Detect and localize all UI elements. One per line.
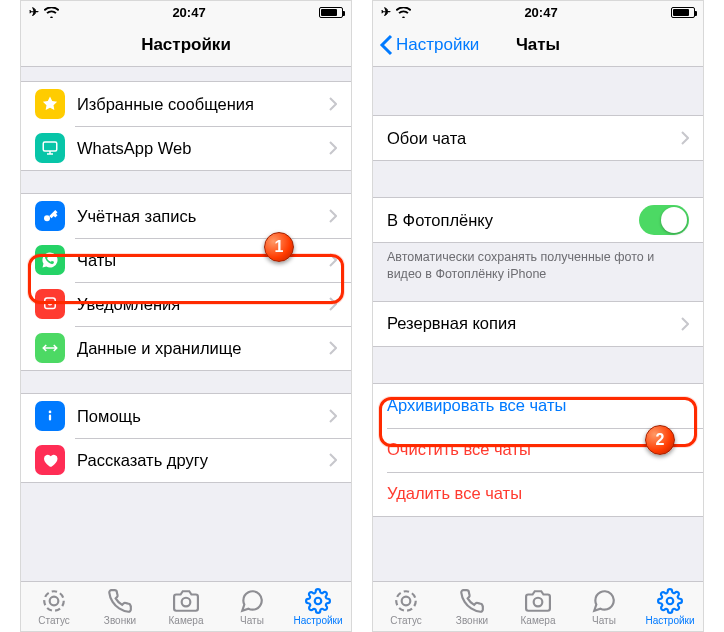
tab-camera[interactable]: Камера bbox=[505, 582, 571, 631]
chevron-right-icon bbox=[329, 341, 337, 355]
tab-settings[interactable]: Настройки bbox=[637, 582, 703, 631]
settings-group-2: Учётная запись Чаты Уведомления bbox=[21, 193, 351, 371]
tab-settings[interactable]: Настройки bbox=[285, 582, 351, 631]
settings-group-3: Помощь Рассказать другу bbox=[21, 393, 351, 483]
page-title: Настройки bbox=[141, 35, 231, 55]
heart-icon bbox=[35, 445, 65, 475]
row-data-storage[interactable]: Данные и хранилище bbox=[21, 326, 351, 370]
star-icon bbox=[35, 89, 65, 119]
tab-label: Чаты bbox=[240, 615, 264, 626]
status-time: 20:47 bbox=[172, 5, 205, 20]
row-notifications[interactable]: Уведомления bbox=[21, 282, 351, 326]
row-archive-all[interactable]: Архивировать все чаты bbox=[373, 384, 703, 428]
row-save-camera-roll[interactable]: В Фотоплёнку bbox=[373, 198, 703, 242]
chevron-right-icon bbox=[329, 453, 337, 467]
tab-label: Чаты bbox=[592, 615, 616, 626]
footer-note: Автоматически сохранять полученные фото … bbox=[373, 243, 703, 283]
tab-label: Камера bbox=[169, 615, 204, 626]
whatsapp-icon bbox=[35, 245, 65, 275]
row-whatsapp-web[interactable]: WhatsApp Web bbox=[21, 126, 351, 170]
row-label: Избранные сообщения bbox=[77, 95, 329, 114]
row-label: WhatsApp Web bbox=[77, 139, 329, 158]
row-account[interactable]: Учётная запись bbox=[21, 194, 351, 238]
tab-status[interactable]: Статус bbox=[21, 582, 87, 631]
svg-point-11 bbox=[402, 596, 411, 605]
row-label: Уведомления bbox=[77, 295, 329, 314]
row-help[interactable]: Помощь bbox=[21, 394, 351, 438]
svg-point-8 bbox=[182, 597, 191, 606]
toggle-switch-on[interactable] bbox=[639, 205, 689, 235]
battery-icon bbox=[319, 7, 343, 18]
tab-chats[interactable]: Чаты bbox=[571, 582, 637, 631]
svg-point-5 bbox=[49, 411, 52, 414]
back-label: Настройки bbox=[396, 35, 479, 55]
chevron-right-icon bbox=[329, 409, 337, 423]
chevron-left-icon bbox=[379, 34, 393, 56]
row-label: Обои чата bbox=[387, 129, 681, 148]
settings-group-1: Избранные сообщения WhatsApp Web bbox=[21, 81, 351, 171]
chevron-right-icon bbox=[681, 317, 689, 331]
chevron-right-icon bbox=[681, 131, 689, 145]
tab-calls[interactable]: Звонки bbox=[87, 582, 153, 631]
group-wallpaper: Обои чата bbox=[373, 115, 703, 161]
tab-camera[interactable]: Камера bbox=[153, 582, 219, 631]
svg-point-13 bbox=[667, 597, 674, 604]
settings-content: Избранные сообщения WhatsApp Web Учётная… bbox=[21, 67, 351, 581]
row-label: Очистить все чаты bbox=[387, 440, 689, 459]
data-icon bbox=[35, 333, 65, 363]
svg-point-3 bbox=[49, 302, 52, 305]
tab-bar: Статус Звонки Камера Чаты Настройки bbox=[373, 581, 703, 631]
group-camera-roll: В Фотоплёнку bbox=[373, 197, 703, 243]
row-tell-friend[interactable]: Рассказать другу bbox=[21, 438, 351, 482]
row-label: Данные и хранилище bbox=[77, 339, 329, 358]
row-chats[interactable]: Чаты bbox=[21, 238, 351, 282]
tab-label: Камера bbox=[521, 615, 556, 626]
row-label: Чаты bbox=[77, 251, 329, 270]
airplane-icon: ✈ bbox=[29, 5, 39, 19]
tab-label: Статус bbox=[38, 615, 70, 626]
battery-icon bbox=[671, 7, 695, 18]
chevron-right-icon bbox=[329, 209, 337, 223]
svg-point-12 bbox=[534, 597, 543, 606]
tab-label: Статус bbox=[390, 615, 422, 626]
phone-left: ✈ 20:47 Настройки Избранные сообщения Wh… bbox=[20, 0, 352, 632]
svg-point-10 bbox=[396, 591, 416, 611]
row-label: Рассказать другу bbox=[77, 451, 329, 470]
tab-chats[interactable]: Чаты bbox=[219, 582, 285, 631]
nav-bar: Настройки bbox=[21, 23, 351, 67]
svg-point-9 bbox=[315, 597, 322, 604]
svg-point-7 bbox=[50, 596, 59, 605]
row-label: Учётная запись bbox=[77, 207, 329, 226]
row-backup[interactable]: Резервная копия bbox=[373, 302, 703, 346]
row-starred-messages[interactable]: Избранные сообщения bbox=[21, 82, 351, 126]
status-bar: ✈ 20:47 bbox=[21, 1, 351, 23]
row-clear-all[interactable]: Очистить все чаты bbox=[373, 428, 703, 472]
airplane-icon: ✈ bbox=[381, 5, 391, 19]
wifi-icon bbox=[396, 7, 411, 18]
key-icon bbox=[35, 201, 65, 231]
nav-bar: Настройки Чаты bbox=[373, 23, 703, 67]
row-label: Удалить все чаты bbox=[387, 484, 689, 503]
page-title: Чаты bbox=[516, 35, 560, 55]
row-label: Архивировать все чаты bbox=[387, 396, 689, 415]
tab-label: Звонки bbox=[104, 615, 136, 626]
wifi-icon bbox=[44, 7, 59, 18]
chevron-right-icon bbox=[329, 141, 337, 155]
chats-settings-content: Обои чата В Фотоплёнку Автоматически сох… bbox=[373, 67, 703, 581]
tab-calls[interactable]: Звонки bbox=[439, 582, 505, 631]
status-time: 20:47 bbox=[524, 5, 557, 20]
bell-icon bbox=[35, 289, 65, 319]
group-chat-actions: Архивировать все чаты Очистить все чаты … bbox=[373, 383, 703, 517]
svg-rect-0 bbox=[43, 142, 57, 151]
chevron-right-icon bbox=[329, 253, 337, 267]
row-wallpaper[interactable]: Обои чата bbox=[373, 116, 703, 160]
tab-label: Настройки bbox=[293, 615, 342, 626]
row-delete-all[interactable]: Удалить все чаты bbox=[373, 472, 703, 516]
back-button[interactable]: Настройки bbox=[379, 34, 479, 56]
tab-status[interactable]: Статус bbox=[373, 582, 439, 631]
svg-point-6 bbox=[44, 591, 64, 611]
tab-bar: Статус Звонки Камера Чаты Настройки bbox=[21, 581, 351, 631]
row-label: Резервная копия bbox=[387, 314, 681, 333]
info-icon bbox=[35, 401, 65, 431]
chevron-right-icon bbox=[329, 97, 337, 111]
